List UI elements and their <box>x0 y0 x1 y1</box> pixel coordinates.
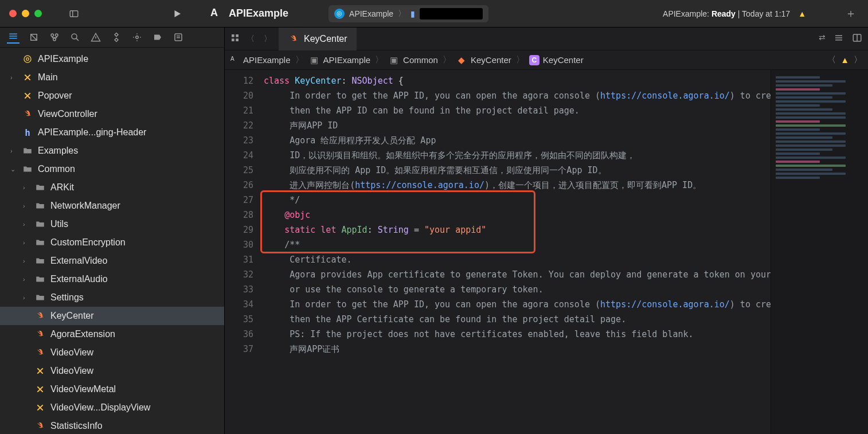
code-line-24[interactable]: 则应使用不同的 App ID。如果应用程序需要相互通信，则应使用同一个App I… <box>259 163 771 178</box>
code-line-21[interactable]: then the APP ID can be found in the proj… <box>259 103 771 118</box>
source-control-navigator-tab[interactable] <box>28 31 40 44</box>
file-tab-keycenter[interactable]: KeyCenter <box>279 28 357 50</box>
sidebar-toggle-icon[interactable] <box>66 6 82 22</box>
tree-item-videoview[interactable]: VideoView <box>0 343 224 362</box>
code-line-32[interactable]: Agora provides App certificate to genera… <box>259 267 771 282</box>
jump-bar[interactable]: A APIExample 〉 ▣ APIExample 〉 ▣ Common 〉… <box>225 50 868 70</box>
disclosure-icon[interactable]: › <box>23 276 30 283</box>
code-line-22[interactable]: 声网APP ID <box>259 118 771 133</box>
code-line-33[interactable]: or use the console to generate a tempora… <box>259 282 771 297</box>
add-button[interactable]: ＋ <box>845 6 857 21</box>
minimize-window-button[interactable] <box>22 10 29 17</box>
jumpbar-crumb-project[interactable]: A APIExample <box>230 55 291 65</box>
disclosure-icon[interactable]: › <box>10 147 17 154</box>
prev-issue-icon[interactable]: 〈 <box>827 54 836 65</box>
svg-point-10 <box>136 36 139 39</box>
code-line-28[interactable]: static let AppId: String = "your appid" <box>259 222 771 237</box>
issue-warning-icon[interactable]: ▲ <box>840 55 849 65</box>
tree-item-videoviewmetal[interactable]: VideoViewMetal <box>0 380 224 398</box>
code-line-wrap[interactable]: ID，以识别项目和组织。如果组织中有多个完全分开的应用程序，例如由不同的团队构建… <box>259 148 771 163</box>
swift-icon <box>34 421 46 431</box>
svg-rect-0 <box>70 10 78 17</box>
code-area[interactable]: 12202122232425262728293031323334353637 c… <box>225 70 868 434</box>
tree-item-utils[interactable]: ›Utils <box>0 215 224 233</box>
code-line-23[interactable]: Agora 给应用程序开发人员分配 App <box>259 133 771 148</box>
tree-item-label: Popover <box>38 91 72 101</box>
debug-navigator-tab[interactable] <box>131 31 143 44</box>
tree-item-networkmanager[interactable]: ›NetworkManager <box>0 197 224 215</box>
tree-item-keycenter[interactable]: KeyCenter <box>0 307 224 325</box>
adjust-editor-icon[interactable]: ⇄ <box>819 33 826 45</box>
find-navigator-tab[interactable] <box>69 31 81 44</box>
swift-icon <box>34 311 46 320</box>
editor-options-icon[interactable] <box>834 33 844 45</box>
tree-item-common[interactable]: ⌄Common <box>0 160 224 178</box>
project-navigator-tab[interactable] <box>7 31 19 44</box>
disclosure-icon[interactable]: ⌄ <box>10 166 17 173</box>
tree-item-externalaudio[interactable]: ›ExternalAudio <box>0 270 224 288</box>
code-line-25[interactable]: 进入声网控制台(https://console.agora.io/)，创建一个项… <box>259 178 771 193</box>
tree-item-videoview[interactable]: VideoView <box>0 362 224 380</box>
back-button[interactable]: 〈 <box>244 34 257 44</box>
window-controls <box>9 10 42 17</box>
code-line-30[interactable]: /** <box>259 237 771 252</box>
code-line-31[interactable]: Certificate. <box>259 252 771 267</box>
issue-navigator-tab[interactable] <box>89 31 102 44</box>
file-tree[interactable]: APIExample›MainPopoverViewControllerhAPI… <box>0 48 224 434</box>
tree-item-viewcontroller[interactable]: ViewController <box>0 105 224 123</box>
report-navigator-tab[interactable] <box>172 31 185 44</box>
xib-icon <box>34 403 46 412</box>
tree-item-examples[interactable]: ›Examples <box>0 142 224 160</box>
next-issue-icon[interactable]: 〉 <box>854 54 862 65</box>
tree-item-label: Utils <box>50 219 68 229</box>
forward-button[interactable]: 〉 <box>261 34 274 44</box>
svg-point-7 <box>72 34 77 39</box>
code-line-12[interactable]: class KeyCenter: NSObject { <box>259 73 771 88</box>
breakpoint-navigator-tab[interactable] <box>151 31 164 44</box>
disclosure-icon[interactable]: › <box>23 202 30 209</box>
zoom-window-button[interactable] <box>34 10 42 17</box>
code-line-37[interactable]: 声网APP证书 <box>259 342 771 357</box>
code-line-26[interactable]: */ <box>259 193 771 208</box>
close-window-button[interactable] <box>9 10 17 17</box>
jumpbar-crumb-group2[interactable]: ▣ Common <box>388 55 438 65</box>
code-line-27[interactable]: @objc <box>259 208 771 222</box>
code-line-20[interactable]: In order to get the APP ID, you can open… <box>259 88 771 103</box>
disclosure-icon[interactable]: › <box>23 239 30 246</box>
tree-item-label: VideoView <box>50 366 93 376</box>
jumpbar-crumb-symbol[interactable]: C KeyCenter <box>529 55 584 65</box>
jumpbar-crumb-group1[interactable]: ▣ APIExample <box>308 55 371 65</box>
test-navigator-tab[interactable] <box>110 31 123 44</box>
tree-item-apiexample[interactable]: APIExample <box>0 50 224 68</box>
minimap[interactable] <box>771 70 868 434</box>
file-tab-label: KeyCenter <box>304 34 347 44</box>
tree-item-videoview-displayview[interactable]: VideoView...DisplayView <box>0 398 224 417</box>
code-text[interactable]: class KeyCenter: NSObject { In order to … <box>259 70 771 434</box>
tree-item-apiexample-ging-header[interactable]: hAPIExample...ging-Header <box>0 123 224 142</box>
tree-item-agoraextension[interactable]: AgoraExtension <box>0 325 224 343</box>
code-line-36[interactable]: PS: If the project does not have certifi… <box>259 327 771 342</box>
run-button[interactable] <box>169 6 185 22</box>
tree-item-label: NetworkManager <box>50 201 120 211</box>
disclosure-icon[interactable]: › <box>23 294 30 301</box>
disclosure-icon[interactable]: › <box>23 184 30 191</box>
add-editor-icon[interactable] <box>852 33 862 45</box>
tree-item-statisticsinfo[interactable]: StatisticsInfo <box>0 417 224 434</box>
tree-item-customencryption[interactable]: ›CustomEncryption <box>0 233 224 252</box>
scheme-selector[interactable]: ◎ APIExample 〉 ▮ <box>329 5 488 22</box>
warning-icon[interactable]: ▲ <box>798 9 806 18</box>
disclosure-icon[interactable]: › <box>23 221 30 228</box>
tree-item-externalvideo[interactable]: ›ExternalVideo <box>0 252 224 270</box>
jumpbar-crumb-file[interactable]: ◆ KeyCenter <box>456 55 511 65</box>
related-items-icon[interactable] <box>230 33 240 44</box>
disclosure-icon[interactable]: › <box>23 257 30 264</box>
folder-icon <box>34 237 46 248</box>
code-line-34[interactable]: In order to get the APP ID, you can open… <box>259 297 771 312</box>
symbol-navigator-tab[interactable] <box>48 31 61 44</box>
tree-item-arkit[interactable]: ›ARKit <box>0 178 224 197</box>
tree-item-main[interactable]: ›Main <box>0 68 224 87</box>
tree-item-popover[interactable]: Popover <box>0 87 224 105</box>
code-line-35[interactable]: then the APP Certificate can be found in… <box>259 312 771 327</box>
tree-item-settings[interactable]: ›Settings <box>0 288 224 307</box>
disclosure-icon[interactable]: › <box>10 74 17 81</box>
